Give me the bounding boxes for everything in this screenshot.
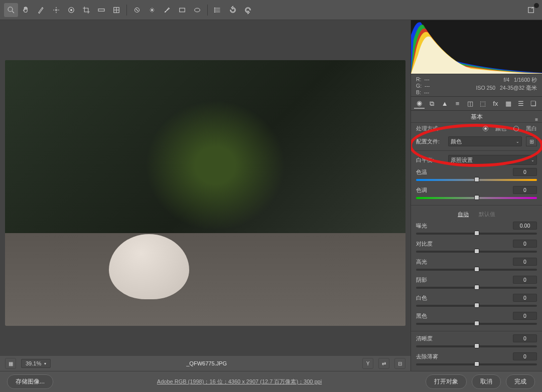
temp-slider[interactable]: 色温0 bbox=[411, 167, 542, 185]
exposure-slider[interactable]: 曝光0.00 bbox=[411, 221, 542, 239]
targeted-tool[interactable] bbox=[64, 3, 78, 17]
auto-link[interactable]: 自动 bbox=[458, 211, 469, 218]
cancel-button[interactable]: 取消 bbox=[472, 374, 501, 389]
dehaze-slider[interactable]: 去除薄雾0 bbox=[411, 351, 542, 369]
svg-rect-9 bbox=[180, 8, 185, 12]
tab-split[interactable]: ◫ bbox=[465, 99, 475, 109]
wb-label: 白平衡: bbox=[416, 156, 444, 164]
hand-tool[interactable] bbox=[19, 3, 33, 17]
treatment-label: 处理方式: bbox=[416, 125, 440, 132]
tab-curve[interactable]: ⧉ bbox=[427, 99, 437, 109]
panel-tabs: ◉ ⧉ ▲ ≡ ◫ ⬚ fx ▦ ☰ ❏ bbox=[411, 97, 542, 111]
compare-y-button[interactable]: Y bbox=[362, 358, 373, 369]
svg-point-4 bbox=[71, 9, 72, 11]
white-balance-tool[interactable] bbox=[34, 3, 48, 17]
main-area: ▦ 39.1%▾ _QFW6775.JPG Y ⇄ ⊟ R bbox=[0, 20, 542, 371]
radio-color[interactable] bbox=[483, 126, 488, 131]
straighten-tool[interactable] bbox=[94, 3, 108, 17]
basic-panel: 处理方式: 颜色 黑白 配置文件: 颜色⌄ ⊞ 白平衡: 原照设置⌄ 色温0 bbox=[411, 123, 542, 371]
svg-point-10 bbox=[195, 8, 200, 12]
contrast-slider[interactable]: 对比度0 bbox=[411, 239, 542, 257]
filmstrip-toggle[interactable]: ▦ bbox=[5, 358, 16, 369]
tab-hsl[interactable]: ≡ bbox=[452, 99, 463, 109]
open-object-button[interactable]: 打开对象 bbox=[426, 374, 467, 389]
svg-point-13 bbox=[214, 12, 215, 13]
rotate-ccw-icon[interactable] bbox=[226, 3, 240, 17]
transform-tool[interactable] bbox=[109, 3, 123, 17]
blacks-slider[interactable]: 黑色0 bbox=[411, 311, 542, 329]
radial-tool[interactable] bbox=[190, 3, 204, 17]
profile-row: 配置文件: 颜色⌄ ⊞ bbox=[411, 134, 542, 148]
tint-slider[interactable]: 色调0 bbox=[411, 185, 542, 203]
presets-icon[interactable] bbox=[211, 3, 225, 17]
stack-button[interactable]: ⊟ bbox=[394, 358, 405, 369]
tab-lens[interactable]: ⬚ bbox=[477, 99, 488, 109]
color-sampler-tool[interactable] bbox=[49, 3, 63, 17]
brush-tool[interactable] bbox=[160, 3, 174, 17]
filename: _QFW6775.JPG bbox=[56, 360, 357, 366]
radio-bw[interactable] bbox=[513, 126, 519, 131]
tab-presets[interactable]: ☰ bbox=[515, 99, 526, 109]
camera-raw-app: ▦ 39.1%▾ _QFW6775.JPG Y ⇄ ⊟ R bbox=[0, 0, 542, 392]
swap-button[interactable]: ⇄ bbox=[378, 358, 389, 369]
workflow-link[interactable]: Adobe RGB (1998)；16 位；4360 x 2907 (12.7 … bbox=[58, 378, 421, 385]
bottom-bar: 存储图像... Adobe RGB (1998)；16 位；4360 x 290… bbox=[0, 371, 542, 392]
photo-preview bbox=[5, 60, 405, 326]
top-toolbar bbox=[0, 0, 542, 20]
wb-select[interactable]: 原照设置⌄ bbox=[448, 155, 537, 165]
whites-slider[interactable]: 白色0 bbox=[411, 293, 542, 311]
tab-fx[interactable]: fx bbox=[490, 99, 501, 109]
default-link[interactable]: 默认值 bbox=[479, 211, 495, 218]
tab-detail[interactable]: ▲ bbox=[440, 99, 450, 109]
svg-rect-5 bbox=[98, 9, 104, 11]
clarity-slider[interactable]: 清晰度0 bbox=[411, 333, 542, 351]
profile-select[interactable]: 颜色⌄ bbox=[448, 136, 522, 146]
treatment-row: 处理方式: 颜色 黑白 bbox=[411, 123, 542, 134]
tab-snapshots[interactable]: ❏ bbox=[528, 99, 539, 109]
profile-browser-button[interactable]: ⊞ bbox=[526, 136, 537, 146]
done-button[interactable]: 完成 bbox=[506, 374, 535, 389]
svg-point-8 bbox=[152, 9, 153, 11]
svg-point-11 bbox=[214, 8, 215, 9]
tab-basic[interactable]: ◉ bbox=[414, 99, 425, 109]
rotate-cw-icon[interactable] bbox=[241, 3, 255, 17]
highlights-slider[interactable]: 高光0 bbox=[411, 257, 542, 275]
redeye-tool[interactable] bbox=[145, 3, 159, 17]
spot-tool[interactable] bbox=[130, 3, 144, 17]
canvas-infobar: ▦ 39.1%▾ _QFW6775.JPG Y ⇄ ⊟ bbox=[0, 356, 411, 371]
shadows-slider[interactable]: 阴影0 bbox=[411, 275, 542, 293]
auto-row: 自动 默认值 bbox=[411, 208, 542, 221]
svg-rect-14 bbox=[528, 7, 534, 13]
rgb-readout: R: --- G: --- B: --- f/4 1/1600 秒 ISO 25… bbox=[411, 74, 542, 97]
right-panel: R: --- G: --- B: --- f/4 1/1600 秒 ISO 25… bbox=[411, 20, 542, 371]
zoom-level[interactable]: 39.1%▾ bbox=[21, 359, 51, 368]
wb-row: 白平衡: 原照设置⌄ bbox=[411, 153, 542, 167]
window-close-dot[interactable] bbox=[534, 3, 539, 8]
grad-tool[interactable] bbox=[175, 3, 189, 17]
image-canvas[interactable] bbox=[0, 20, 411, 356]
profile-label: 配置文件: bbox=[416, 138, 444, 145]
crop-tool[interactable] bbox=[79, 3, 93, 17]
svg-point-2 bbox=[56, 9, 57, 11]
zoom-tool[interactable] bbox=[4, 3, 18, 17]
panel-title: 基本≡ bbox=[411, 111, 542, 123]
svg-line-1 bbox=[12, 11, 14, 13]
histogram[interactable] bbox=[411, 20, 542, 74]
save-image-button[interactable]: 存储图像... bbox=[7, 374, 53, 389]
tab-calib[interactable]: ▦ bbox=[503, 99, 513, 109]
canvas-area: ▦ 39.1%▾ _QFW6775.JPG Y ⇄ ⊟ bbox=[0, 20, 411, 371]
svg-point-12 bbox=[214, 10, 215, 11]
svg-point-0 bbox=[8, 7, 13, 12]
